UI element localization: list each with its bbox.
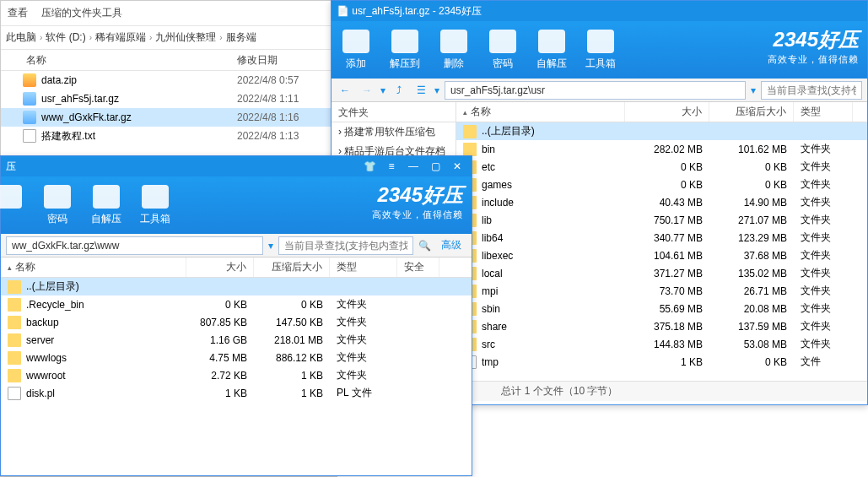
delete-button[interactable]: 删除 [429,30,478,71]
maximize-button[interactable]: ▢ [426,159,445,174]
folder-icon [8,280,21,294]
list-row[interactable]: server1.16 GB218.01 MB文件夹 [1,331,472,349]
item-size: 750.17 MB [625,214,709,226]
titlebar[interactable]: 压 👕 ≡ — ▢ ✕ [1,156,472,176]
explorer-column-headers[interactable]: 名称 修改日期 [1,50,337,71]
list-row[interactable]: lib750.17 MB271.07 MB文件夹 [456,211,867,229]
dropdown-icon[interactable]: ▾ [434,84,439,96]
tab-compressed-tools[interactable]: 压缩的文件夹工具 [41,6,122,20]
item-type: 文件夹 [794,301,853,316]
path-input[interactable] [445,81,746,100]
list-row[interactable]: tmp1 KB0 KB文件 [456,353,867,371]
search-input[interactable] [278,236,413,255]
list-row[interactable]: wwwroot2.72 KB1 KB文件夹 [1,366,472,384]
file-row[interactable]: data.zip2022/4/8 0:57 [1,71,337,89]
list-row[interactable]: ..(上层目录) [1,278,472,295]
self-extract-icon [538,30,565,53]
col-name[interactable]: ▴名称 [456,102,625,122]
advanced-link[interactable]: 高级 [436,238,466,252]
list-row[interactable]: etc0 KB0 KB文件夹 [456,158,867,176]
window-title: 📄 usr_ahFs5j.tar.gz - 2345好压 [337,4,482,19]
self-extract-button[interactable]: 自解压 [82,185,131,226]
column-headers[interactable]: ▴名称 大小 压缩后大小 类型 安全 [1,257,472,278]
search-icon[interactable]: 🔍 [418,240,431,252]
item-compressed-size: 218.01 MB [254,334,330,346]
item-type: 文件夹 [794,213,853,227]
list-row[interactable]: lib64340.77 MB123.29 MB文件夹 [456,229,867,247]
lock-icon [44,185,71,209]
dropdown-icon[interactable]: ▾ [380,84,385,96]
col-type[interactable]: 类型 [330,257,397,277]
list-row[interactable]: ..(上层目录) [456,122,867,140]
item-compressed-size: 14.90 MB [709,197,794,209]
password-button[interactable]: 密码 [33,185,82,226]
list-row[interactable]: disk.pl1 KB1 KBPL 文件 [1,384,472,402]
col-size[interactable]: 大小 [186,257,254,277]
item-name: ..(上层目录) [482,124,535,138]
col-safe[interactable]: 安全 [397,257,439,277]
search-input[interactable] [761,81,862,100]
folder-icon [8,298,21,312]
path-input[interactable] [6,236,263,255]
item-type: 文件夹 [794,160,853,174]
tab-view[interactable]: 查看 [8,6,28,20]
list-row[interactable]: games0 KB0 KB文件夹 [456,176,867,193]
delete-button[interactable]: 删除 [0,185,33,226]
item-name: wwwlogs [26,352,67,364]
folder-icon [463,125,477,138]
self-extract-icon [93,185,120,209]
list-row[interactable]: sbin55.69 MB20.08 MB文件夹 [456,300,867,317]
forward-button[interactable]: → [359,82,375,99]
file-row[interactable]: 搭建教程.txt2022/4/8 1:13 [1,127,337,145]
tools-button[interactable]: 工具箱 [576,30,625,71]
crumb[interactable]: 此电脑 [6,30,36,45]
item-compressed-size: 147.50 KB [254,317,330,328]
list-row[interactable]: wwwlogs4.75 MB886.12 KB文件夹 [1,349,472,366]
self-extract-button[interactable]: 自解压 [527,30,576,71]
file-row[interactable]: usr_ahFs5j.tar.gz2022/4/8 1:11 [1,89,337,108]
list-row[interactable]: libexec104.61 MB37.68 MB文件夹 [456,247,867,264]
col-compressed[interactable]: 压缩后大小 [709,102,794,122]
list-row[interactable]: src144.83 MB53.08 MB文件夹 [456,335,867,353]
list-row[interactable]: backup807.85 KB147.50 KB文件夹 [1,313,472,331]
password-button[interactable]: 密码 [478,30,527,71]
list-row[interactable]: bin282.02 MB101.62 MB文件夹 [456,140,867,158]
tree-item[interactable]: › 搭建常用软件压缩包 [332,122,456,142]
list-row[interactable]: include40.43 MB14.90 MB文件夹 [456,193,867,211]
item-size: 144.83 MB [625,339,709,350]
col-compressed[interactable]: 压缩后大小 [254,257,330,277]
crumb[interactable]: 九州仙侠整理 [155,30,216,45]
list-row[interactable]: local371.27 MB135.02 MB文件夹 [456,264,867,282]
menu-icon[interactable]: ≡ [382,159,401,174]
col-type[interactable]: 类型 [794,102,853,122]
column-headers[interactable]: ▴名称 大小 压缩后大小 类型 [456,102,867,122]
skin-icon[interactable]: 👕 [360,159,379,174]
list-row[interactable]: .Recycle_bin0 KB0 KB文件夹 [1,295,472,313]
col-name[interactable]: ▴名称 [1,257,186,277]
close-button[interactable]: ✕ [448,159,466,174]
crumb[interactable]: 服务端 [226,30,256,45]
col-size[interactable]: 大小 [625,102,709,122]
minimize-button[interactable]: — [404,159,423,174]
file-list-pane: ▴名称 大小 压缩后大小 类型 ..(上层目录)bin282.02 MB101.… [456,102,867,381]
list-row[interactable]: share375.18 MB137.59 MB文件夹 [456,317,867,335]
tools-button[interactable]: 工具箱 [131,185,180,226]
extract-button[interactable]: 解压到 [380,30,429,71]
item-name: .Recycle_bin [26,299,84,311]
back-button[interactable]: ← [337,82,353,99]
item-type: PL 文件 [330,386,397,400]
crumb[interactable]: 软件 (D:) [46,30,85,45]
dropdown-icon[interactable]: ▾ [268,240,273,252]
dropdown-icon[interactable]: ▾ [751,84,756,96]
list-icon[interactable]: ☰ [412,82,429,99]
list-row[interactable]: mpi73.70 MB26.71 MB文件夹 [456,282,867,300]
titlebar[interactable]: 📄 usr_ahFs5j.tar.gz - 2345好压 [332,1,867,21]
col-name[interactable]: 名称 [1,53,237,68]
crumb[interactable]: 稀有端原端 [95,30,146,45]
breadcrumb[interactable]: 此电脑› 软件 (D:)› 稀有端原端› 九州仙侠整理› 服务端 [1,26,337,50]
col-date[interactable]: 修改日期 [237,53,337,68]
file-row[interactable]: www_dGxkFk.tar.gz2022/4/8 1:16 [1,108,337,127]
item-size: 375.18 MB [625,321,709,333]
up-button[interactable]: ⤴ [391,82,407,99]
add-button[interactable]: 添加 [332,30,380,71]
